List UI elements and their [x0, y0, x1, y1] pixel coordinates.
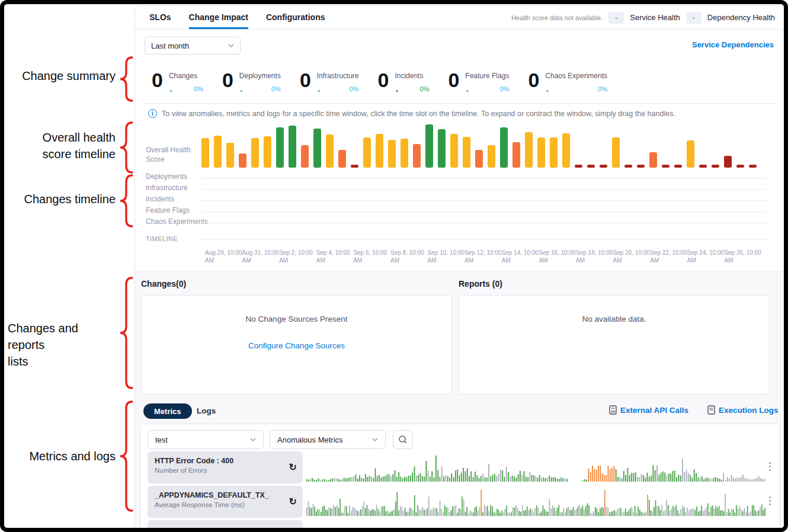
health-score-bar[interactable] — [662, 165, 670, 168]
timeline-date-label: Sep 22, 10:00AM — [650, 249, 691, 264]
health-score-bar[interactable] — [463, 137, 470, 168]
tab-slos[interactable]: SLOs — [149, 6, 171, 29]
health-score-bar[interactable] — [226, 143, 234, 168]
health-score-bar[interactable] — [736, 165, 744, 168]
health-score-bar[interactable] — [587, 165, 595, 168]
metric-subtitle: Average Response Time (ms) — [155, 501, 283, 508]
reports-panel-title: Reports (0) — [459, 279, 502, 289]
health-score-bar[interactable] — [550, 137, 558, 168]
timeline-date-label: Sep 16, 10:00AM — [539, 249, 580, 264]
timeline-row-label: Infrastructure — [146, 184, 188, 192]
stat-label: Feature Flags — [465, 72, 509, 80]
health-score-bar[interactable] — [712, 165, 719, 168]
health-score-bar[interactable] — [488, 145, 495, 168]
health-score-bar[interactable] — [401, 139, 408, 168]
health-score-bar[interactable] — [600, 165, 607, 168]
annotation-brace — [118, 277, 134, 389]
metric-filter-select[interactable]: Anomalous Metrics — [270, 430, 386, 449]
time-range-select[interactable]: Last month — [145, 37, 241, 55]
service-filter-select[interactable]: test — [148, 430, 264, 449]
stat-meta: Feature Flags0% — [465, 69, 509, 94]
search-button[interactable] — [393, 430, 413, 449]
health-score-bar[interactable] — [214, 136, 222, 168]
trend-up-icon — [239, 84, 244, 94]
health-score-bar[interactable] — [512, 142, 520, 168]
health-score-bar[interactable] — [624, 165, 632, 168]
kebab-dot — [769, 500, 771, 502]
health-score-bar[interactable] — [413, 144, 421, 168]
health-score-bar[interactable] — [649, 152, 657, 168]
execution-logs-link[interactable]: Execution Logs — [707, 405, 779, 415]
health-score-bar[interactable] — [351, 165, 358, 168]
health-score-bar[interactable] — [450, 134, 458, 168]
health-score-bar[interactable] — [475, 150, 483, 168]
stat-meta: Infrastructure0% — [317, 69, 359, 94]
health-score-bar[interactable] — [438, 129, 446, 168]
external-api-calls-link[interactable]: API External API Calls — [609, 405, 688, 415]
timeline-date-label: Sep 6, 10:00AM — [353, 249, 395, 264]
health-score-bar[interactable] — [201, 138, 209, 168]
annotation-label: Overall healthscore timeline — [8, 129, 116, 162]
api-doc-icon: API — [609, 405, 617, 415]
health-score-bar[interactable] — [500, 127, 508, 168]
health-score-bar[interactable] — [575, 165, 582, 168]
tab-logs[interactable]: Logs — [197, 406, 216, 415]
kebab-menu-icon[interactable] — [767, 461, 772, 472]
stat-meta: Deployments0% — [239, 69, 281, 94]
search-icon — [398, 435, 408, 444]
health-score-bar[interactable] — [699, 165, 707, 168]
health-score-bar[interactable] — [425, 124, 433, 168]
stat-value: 0 — [300, 69, 311, 94]
app-panel: SLOs Change Impact Configurations Health… — [134, 5, 784, 528]
health-score-bar[interactable] — [313, 129, 321, 168]
health-score-bar[interactable] — [674, 165, 682, 168]
service-dependencies-link[interactable]: Service Dependencies — [692, 40, 774, 49]
stat-trend: 0% — [545, 84, 607, 94]
kebab-menu-icon[interactable] — [767, 495, 772, 507]
health-score-bar[interactable] — [562, 133, 570, 168]
stat-meta: Changes0% — [169, 69, 203, 94]
tab-metrics[interactable]: Metrics — [143, 403, 192, 419]
summary-stat: 0Deployments0% — [222, 69, 281, 94]
timeline-row: Deployments — [135, 172, 784, 183]
health-score-bar[interactable] — [239, 153, 246, 168]
health-score-bar[interactable] — [724, 156, 732, 168]
refresh-icon[interactable] — [289, 496, 297, 507]
health-score-bar[interactable] — [276, 127, 284, 168]
health-score-bar[interactable] — [301, 145, 309, 168]
stat-label: Incidents — [395, 72, 429, 80]
metric-info-card[interactable]: _APPDYNAMICS_DEFAULT_TX_Average Response… — [148, 486, 303, 518]
timeline-row-line — [201, 223, 767, 223]
tab-configurations[interactable]: Configurations — [266, 6, 325, 29]
health-score-bar[interactable] — [363, 137, 371, 168]
annotation-label: Change summary — [8, 68, 116, 84]
tab-change-impact[interactable]: Change Impact — [189, 6, 248, 29]
health-score-bar[interactable] — [264, 136, 271, 168]
timeline-date-label: Sep 20, 10:00AM — [613, 249, 655, 264]
health-score-bar[interactable] — [388, 140, 396, 168]
metric-info-card[interactable] — [148, 520, 303, 528]
metric-filter-value: Anomalous Metrics — [277, 435, 343, 444]
health-score-bar[interactable] — [687, 140, 694, 168]
health-score-bar[interactable] — [326, 134, 334, 168]
stat-label: Changes — [169, 72, 203, 80]
chevron-down-icon — [250, 438, 256, 441]
configure-change-sources-link[interactable]: Configure Change Sources — [142, 341, 451, 350]
health-score-bar[interactable] — [637, 165, 645, 168]
health-score-bar[interactable] — [289, 126, 296, 168]
time-range-value: Last month — [151, 41, 189, 50]
health-score-bar[interactable] — [525, 132, 533, 168]
stat-trend: 0% — [395, 84, 429, 94]
timeline-row-line — [201, 178, 767, 178]
health-score-bar[interactable] — [338, 150, 346, 168]
health-score-bar[interactable] — [251, 138, 259, 168]
metric-row: _APPDYNAMICS_DEFAULT_TX_Average Response… — [140, 486, 779, 518]
health-score-bar[interactable] — [537, 137, 545, 168]
health-score-bar[interactable] — [749, 165, 757, 168]
refresh-icon[interactable] — [289, 462, 297, 473]
metric-info-card[interactable]: HTTP Error Code : 400Number of Errors — [148, 451, 303, 483]
timeline-row-line — [201, 211, 767, 212]
health-score-bar[interactable] — [376, 134, 383, 168]
health-score-bar[interactable] — [612, 137, 620, 168]
timeline-date-label: Sep 24, 10:00AM — [687, 249, 729, 264]
